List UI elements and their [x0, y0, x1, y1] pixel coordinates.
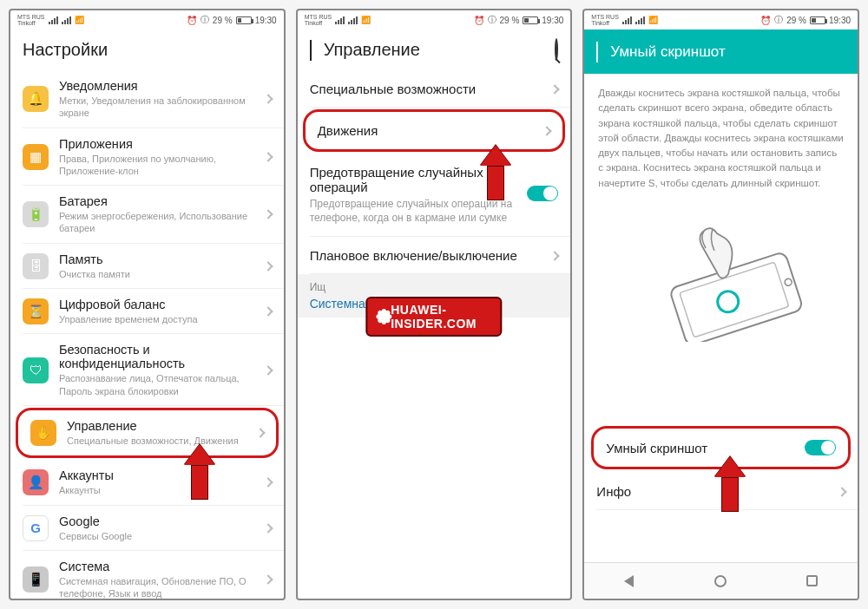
- status-bar: MTS RUS Tinkoff ⏰ⓘ 29 % 19:30: [584, 10, 858, 29]
- back-button[interactable]: [596, 42, 598, 62]
- battery-icon: [236, 16, 252, 24]
- battery-percent: 29 %: [213, 16, 233, 25]
- annotation-arrow-icon: [714, 456, 746, 512]
- chevron-right-icon: [550, 84, 560, 94]
- row-icon: 🛡: [23, 357, 49, 383]
- row-accessibility[interactable]: Специальные возможности: [298, 70, 571, 108]
- status-bar: MTS RUS Tinkoff ⏰ ⓘ 29 % 19:30: [10, 10, 284, 29]
- alarm-icon: ⏰: [187, 16, 197, 25]
- row-scheduled-power[interactable]: Плановое включение/выключение: [298, 237, 571, 274]
- chevron-right-icon: [263, 307, 273, 317]
- knuckle-gesture-illustration: [584, 203, 858, 377]
- row-icon: ✋: [30, 420, 56, 446]
- row-prevent-misoperation[interactable]: Предотвращение случайных операций Предот…: [298, 154, 571, 237]
- chevron-right-icon: [837, 487, 846, 496]
- screen-smart-screenshot: MTS RUS Tinkoff ⏰ⓘ 29 % 19:30 Умный скри…: [582, 9, 859, 600]
- status-bar: MTS RUS Tinkoff ⏰ⓘ 29 % 19:30: [298, 10, 571, 29]
- page-title: Умный скриншот: [610, 43, 845, 61]
- chevron-right-icon: [263, 210, 273, 219]
- settings-row-система[interactable]: 📱СистемаСистемная навигация, Обновление …: [10, 551, 284, 599]
- settings-row-приложения[interactable]: ▦ПриложенияПрава, Приложения по умолчани…: [10, 128, 284, 187]
- clock: 19:30: [255, 16, 277, 25]
- chevron-right-icon: [263, 152, 273, 161]
- row-icon: ⏳: [23, 298, 49, 324]
- huawei-logo-icon: [376, 309, 387, 324]
- chevron-right-icon: [263, 478, 273, 488]
- screen-control: MTS RUS Tinkoff ⏰ⓘ 29 % 19:30 Управление…: [296, 9, 573, 600]
- nav-home-button[interactable]: [714, 575, 727, 587]
- search-icon: [555, 38, 558, 61]
- signal-icon: [49, 16, 58, 24]
- search-button[interactable]: [555, 40, 558, 60]
- settings-row-память[interactable]: 🗄ПамятьОчистка памяти: [10, 244, 284, 289]
- chevron-right-icon: [263, 261, 273, 271]
- settings-row-управление[interactable]: ✋УправлениеСпециальные возможности, Движ…: [16, 408, 279, 458]
- annotation-arrow-icon: [480, 145, 511, 200]
- row-icon: ▦: [23, 144, 49, 170]
- settings-row-цифровой-баланс[interactable]: ⏳Цифровой балансУправление временем дост…: [10, 289, 284, 334]
- svg-point-3: [714, 288, 740, 314]
- screen-settings: MTS RUS Tinkoff ⏰ ⓘ 29 % 19:30 Настройки…: [9, 9, 286, 600]
- toggle-prevent[interactable]: [527, 186, 558, 201]
- row-gestures[interactable]: Движения: [303, 109, 566, 152]
- arrow-left-icon: [310, 40, 312, 61]
- header: Умный скриншот: [584, 29, 858, 74]
- row-icon: 🔋: [23, 201, 49, 227]
- settings-row-аккаунты[interactable]: 👤АккаунтыАккаунты: [10, 460, 284, 505]
- row-icon: 🔔: [23, 86, 49, 112]
- page-title: Настройки: [10, 29, 284, 70]
- row-icon: 📱: [23, 566, 49, 593]
- settings-row-безопасность-и-конфиденциальность[interactable]: 🛡Безопасность и конфиденциальностьРаспоз…: [10, 334, 284, 406]
- annotation-arrow-icon: [184, 444, 215, 500]
- chevron-right-icon: [255, 428, 265, 437]
- row-icon: G: [23, 515, 49, 541]
- wifi-icon: [75, 16, 84, 24]
- header: Управление: [298, 29, 571, 70]
- chevron-right-icon: [263, 95, 273, 104]
- svg-point-2: [784, 278, 792, 286]
- arrow-left-icon: [596, 42, 598, 62]
- watermark-badge: HUAWEI-INSIDER.COM: [365, 297, 502, 337]
- row-icon: 🗄: [23, 253, 49, 279]
- navigation-bar: [584, 562, 858, 599]
- chevron-right-icon: [550, 251, 560, 260]
- svg-rect-1: [680, 262, 789, 337]
- nfc-icon: ⓘ: [201, 14, 209, 26]
- nav-back-button[interactable]: [624, 575, 634, 587]
- row-icon: 👤: [23, 469, 49, 495]
- nav-recent-button[interactable]: [806, 575, 818, 586]
- page-title: Управление: [324, 40, 556, 60]
- back-button[interactable]: [310, 40, 312, 60]
- chevron-right-icon: [542, 126, 552, 135]
- chevron-right-icon: [263, 523, 273, 533]
- chevron-right-icon: [263, 365, 273, 375]
- description-text: Дважды коснитесь экрана костяшкой пальца…: [584, 74, 858, 203]
- signal-icon: [62, 16, 71, 24]
- settings-row-уведомления[interactable]: 🔔УведомленияМетки, Уведомления на заблок…: [10, 70, 284, 128]
- toggle-smart-screenshot[interactable]: [805, 440, 836, 455]
- chevron-right-icon: [263, 574, 273, 584]
- settings-row-батарея[interactable]: 🔋БатареяРежим энергосбережения, Использо…: [10, 186, 284, 244]
- settings-row-google[interactable]: GGoogleСервисы Google: [10, 506, 284, 551]
